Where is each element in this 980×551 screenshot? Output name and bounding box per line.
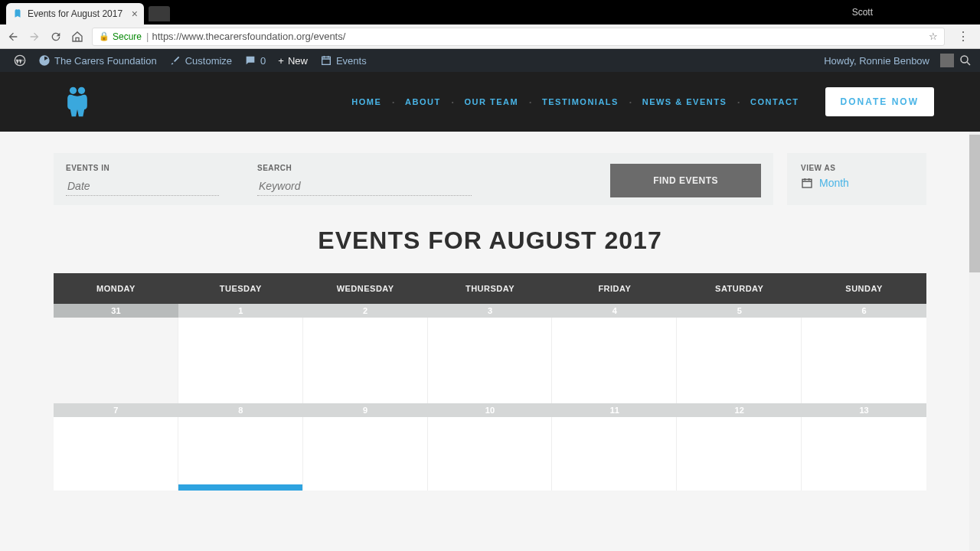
wp-admin-bar: The Carers Foundation Customize 0 + New … [0,49,980,72]
browser-profile[interactable]: Scott [852,7,873,18]
calendar-date[interactable]: 9 [303,403,428,417]
url-text: https://www.thecarersfoundation.org/even… [152,31,345,42]
calendar-cell[interactable] [552,318,677,403]
calendar-date[interactable]: 1 [178,304,303,318]
calendar-date[interactable]: 8 [178,403,303,417]
calendar-date[interactable]: 6 [802,304,926,318]
calendar-cell[interactable] [428,417,553,491]
view-month-link[interactable]: Month [819,177,849,189]
home-button[interactable] [70,30,84,44]
wp-site-link[interactable]: The Carers Foundation [32,54,163,67]
calendar-cell[interactable] [802,318,926,403]
calendar-cell[interactable] [54,417,178,491]
search-icon[interactable] [959,54,972,67]
wp-new-label: New [288,55,308,67]
dashboard-icon [38,54,51,67]
scrollbar-thumb[interactable] [969,135,980,272]
nav-home[interactable]: HOME [341,97,392,106]
wp-new[interactable]: + New [272,55,314,67]
search-label: SEARCH [257,164,472,172]
calendar-week [54,318,926,403]
date-input[interactable] [66,177,219,196]
lock-icon: 🔒 [99,31,109,41]
tab-title: Events for August 2017 [28,8,122,19]
day-header: WEDNESDAY [303,273,428,304]
main-nav: HOME • ABOUT • OUR TEAM • TESTIMONIALS •… [341,87,934,116]
find-events-button[interactable]: FIND EVENTS [610,164,761,197]
wp-customize[interactable]: Customize [163,54,238,67]
wp-comment-count: 0 [260,55,266,67]
calendar-date[interactable]: 31 [54,304,178,318]
nav-about[interactable]: ABOUT [394,97,452,106]
calendar-date[interactable]: 5 [677,304,802,318]
calendar-cell[interactable] [552,417,677,491]
svg-point-4 [78,87,85,94]
calendar-date[interactable]: 4 [552,304,677,318]
calendar-date[interactable]: 10 [428,403,553,417]
day-header: THURSDAY [428,273,553,304]
nav-team[interactable]: OUR TEAM [454,97,530,106]
calendar-cell[interactable] [54,318,178,403]
back-button[interactable] [6,30,20,44]
calendar-icon [801,177,813,189]
wp-comments[interactable]: 0 [238,54,272,67]
wp-customize-label: Customize [185,55,232,67]
calendar-icon [320,54,332,67]
wp-howdy[interactable]: Howdy, Ronnie Benbow [818,55,936,67]
donate-button[interactable]: DONATE NOW [825,87,934,116]
filter-controls: EVENTS IN SEARCH FIND EVENTS VIEW AS Mon… [54,153,926,205]
today-indicator [178,484,302,491]
calendar-cell[interactable] [178,318,303,403]
nav-news[interactable]: NEWS & EVENTS [632,97,738,106]
bookmark-star-icon[interactable]: ☆ [929,31,938,42]
wp-site-name: The Carers Foundation [54,55,157,67]
wp-events[interactable]: Events [314,54,373,67]
keyword-input[interactable] [257,177,472,196]
forward-button[interactable] [28,30,41,44]
nav-contact[interactable]: CONTACT [740,97,809,106]
url-separator: | [146,31,149,42]
close-icon[interactable]: × [132,8,138,20]
wordpress-icon [14,54,26,67]
calendar-cell[interactable] [303,318,428,403]
view-as-box: VIEW AS Month [787,153,926,205]
comment-icon [244,54,256,67]
browser-tab[interactable]: Events for August 2017 × [6,3,144,24]
browser-toolbar: 🔒 Secure | https://www.thecarersfoundati… [0,24,980,49]
calendar-date[interactable]: 13 [802,403,926,417]
day-header: TUESDAY [178,273,303,304]
calendar-date[interactable]: 11 [552,403,677,417]
calendar-date[interactable]: 7 [54,403,178,417]
view-as-label: VIEW AS [801,164,913,172]
calendar-date[interactable]: 12 [677,403,802,417]
secure-label: Secure [113,31,142,42]
calendar-date-row: 7 8 9 10 11 12 13 [54,403,926,417]
new-tab-button[interactable] [149,6,170,21]
calendar-cell[interactable] [677,318,802,403]
scrollbar[interactable] [969,132,980,551]
calendar-week [54,417,926,491]
nav-testimonials[interactable]: TESTIMONIALS [531,97,629,106]
svg-point-3 [70,87,77,94]
site-logo[interactable] [63,85,92,119]
calendar-cell[interactable] [802,417,926,491]
browser-menu-icon[interactable]: ⋮ [952,29,974,44]
wp-events-label: Events [336,55,367,67]
favicon [12,8,23,19]
calendar-cell[interactable] [428,318,553,403]
calendar-cell[interactable] [677,417,802,491]
day-header: FRIDAY [552,273,677,304]
calendar-date[interactable]: 2 [303,304,428,318]
calendar-date[interactable]: 3 [428,304,553,318]
calendar-cell[interactable] [178,417,303,491]
address-bar[interactable]: 🔒 Secure | https://www.thecarersfoundati… [92,28,945,46]
calendar-cell[interactable] [303,417,428,491]
wp-logo[interactable] [8,54,32,67]
filter-box: EVENTS IN SEARCH FIND EVENTS [54,153,773,205]
reload-button[interactable] [49,30,63,44]
plus-icon: + [278,55,284,67]
avatar[interactable] [940,54,954,67]
svg-point-2 [961,56,968,63]
browser-tab-strip: Events for August 2017 × Scott [0,0,980,24]
page-content: EVENTS IN SEARCH FIND EVENTS VIEW AS Mon… [0,132,980,551]
